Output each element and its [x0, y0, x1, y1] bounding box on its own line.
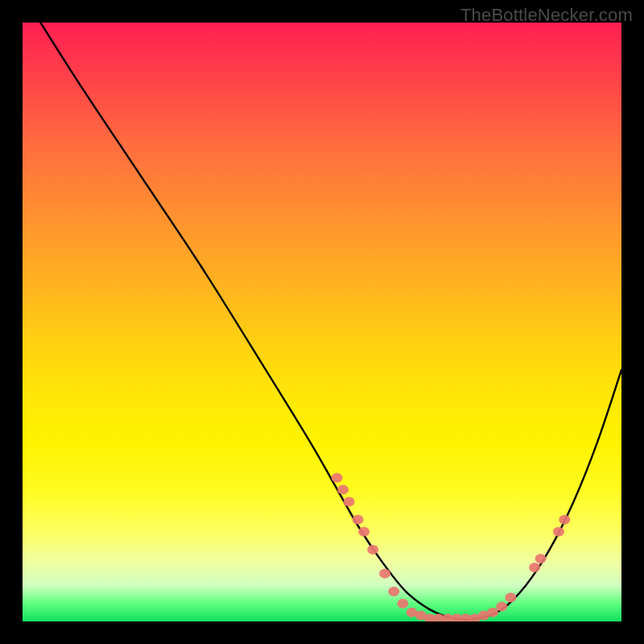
data-point: [358, 526, 369, 536]
curve-layer: [23, 23, 621, 621]
data-point: [367, 545, 378, 555]
chart-canvas: TheBottleNecker.com: [0, 0, 644, 644]
data-point: [559, 515, 570, 525]
data-point: [388, 587, 399, 597]
data-point: [397, 599, 408, 609]
data-point: [332, 473, 343, 482]
data-point: [505, 592, 516, 602]
data-point: [337, 485, 349, 494]
data-point: [379, 569, 390, 579]
data-point: [487, 608, 498, 617]
data-point: [529, 563, 540, 572]
data-point: [344, 497, 355, 506]
data-point: [553, 526, 564, 536]
data-point: [353, 515, 364, 525]
data-point: [535, 554, 547, 564]
scatter-points: [332, 473, 571, 621]
watermark-text: TheBottleNecker.com: [460, 5, 633, 26]
plot-area: [23, 23, 621, 621]
data-point: [496, 601, 507, 611]
bottleneck-curve: [40, 23, 621, 620]
